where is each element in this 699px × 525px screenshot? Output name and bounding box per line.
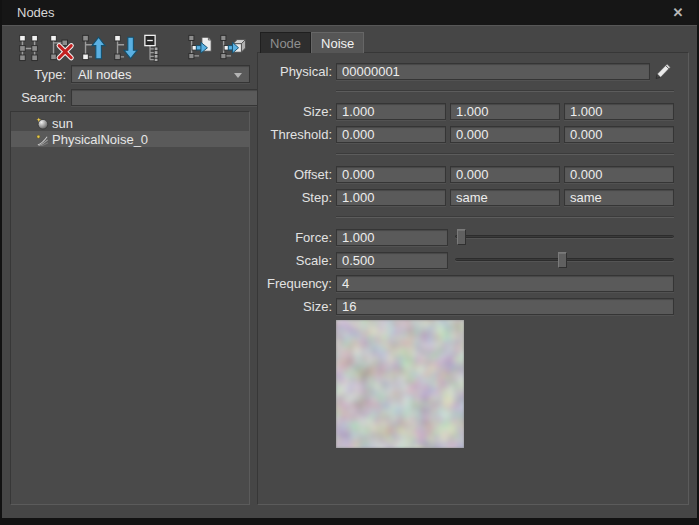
separator [336,153,674,155]
threshold-x-field[interactable]: 0.000 [336,126,446,143]
offset-x-field[interactable]: 0.000 [336,166,446,183]
size-z-field[interactable]: 1.000 [564,103,674,120]
offset-label: Offset: [260,167,332,182]
threshold-y-field[interactable]: 0.000 [450,126,560,143]
nodes-window: Nodes ✕ [0,0,699,525]
export-node-to-object-button[interactable] [217,32,247,63]
noise-preview-image [336,320,464,448]
threshold-row: Threshold: 0.000 0.000 0.000 [260,125,674,143]
scale-slider-handle[interactable] [558,252,567,268]
search-input[interactable] [71,89,259,106]
node-properties-panel: Node Noise Physical: 00000001 [257,31,689,505]
nodes-link-icon [15,33,43,62]
physical-field[interactable]: 00000001 [336,63,650,80]
node-list-panel: Type: All nodes Search: [10,31,250,505]
step-x-field[interactable]: 1.000 [336,189,446,206]
add-nodes-button[interactable] [14,32,44,63]
export-node-to-file-button[interactable] [185,32,215,63]
tree-item-sun[interactable]: sun [11,115,249,131]
frequency-field[interactable]: 4 [336,275,674,292]
step-y-field[interactable]: same [450,189,560,206]
edit-physical-button[interactable] [652,62,674,80]
search-row: Search: [10,88,250,106]
offset-row: Offset: 0.000 0.000 0.000 [260,165,674,183]
node-export-file-icon [186,33,214,62]
type-label: Type: [10,67,66,82]
node-tree: sun PhysicalNoise_0 [10,111,250,505]
scale-row: Scale: 0.500 [260,251,674,269]
step-z-field[interactable]: same [564,189,674,206]
size-y-field[interactable]: 1.000 [450,103,560,120]
tab-node[interactable]: Node [260,32,311,53]
type-dropdown-value: All nodes [78,67,131,82]
scale-field[interactable]: 0.500 [336,252,448,269]
node-export-object-icon [218,33,246,62]
size-x-field[interactable]: 1.000 [336,103,446,120]
sun-sphere-icon [36,117,49,130]
force-row: Force: 1.000 [260,228,674,246]
physical-row: Physical: 00000001 [260,62,674,80]
force-slider[interactable] [455,228,674,246]
tree-item-physicalnoise[interactable]: PhysicalNoise_0 [11,131,249,147]
tree-item-label: PhysicalNoise_0 [52,132,148,147]
tree-item-label: sun [52,116,73,131]
force-slider-handle[interactable] [457,229,466,245]
offset-y-field[interactable]: 0.000 [450,166,560,183]
size-label: Size: [260,104,332,119]
pencil-icon [654,62,672,80]
type-dropdown[interactable]: All nodes [71,65,250,83]
force-label: Force: [260,230,332,245]
offset-z-field[interactable]: 0.000 [564,166,674,183]
noise-parameters: Physical: 00000001 Size: 1.000 [257,52,689,505]
separator [336,216,674,218]
threshold-label: Threshold: [260,127,332,142]
scale-slider[interactable] [455,251,674,269]
separator [336,90,674,92]
force-field[interactable]: 1.000 [336,229,448,246]
delete-node-button[interactable] [46,32,76,63]
properties-tabs: Node Noise [260,31,689,52]
force-slider-groove[interactable] [455,235,674,238]
close-button[interactable]: ✕ [669,4,687,22]
titlebar: Nodes ✕ [2,0,697,25]
node-move-up-icon [79,33,107,62]
tab-noise[interactable]: Noise [311,32,364,53]
threshold-z-field[interactable]: 0.000 [564,126,674,143]
collapse-tree-button[interactable] [142,32,172,63]
step-label: Step: [260,190,332,205]
frequency-row: Frequency: 4 [260,274,674,292]
preview-size-field[interactable]: 16 [336,298,674,315]
physical-label: Physical: [260,64,332,79]
move-node-down-button[interactable] [110,32,140,63]
node-move-down-icon [111,33,139,62]
window-content: Type: All nodes Search: [2,25,697,518]
step-row: Step: 1.000 same same [260,188,674,206]
scale-label: Scale: [260,253,332,268]
node-delete-icon [47,33,75,62]
window-title: Nodes [17,5,55,20]
nodes-toolbar [14,31,250,63]
type-filter-row: Type: All nodes [10,65,250,83]
noise-spray-icon [36,133,49,146]
preview-size-label: Size: [260,299,332,314]
preview-size-row: Size: 16 [260,297,674,315]
size-row: Size: 1.000 1.000 1.000 [260,102,674,120]
tree-collapse-icon [143,33,171,62]
chevron-down-icon [234,73,242,78]
frequency-label: Frequency: [260,276,332,291]
search-label: Search: [10,90,66,105]
move-node-up-button[interactable] [78,32,108,63]
